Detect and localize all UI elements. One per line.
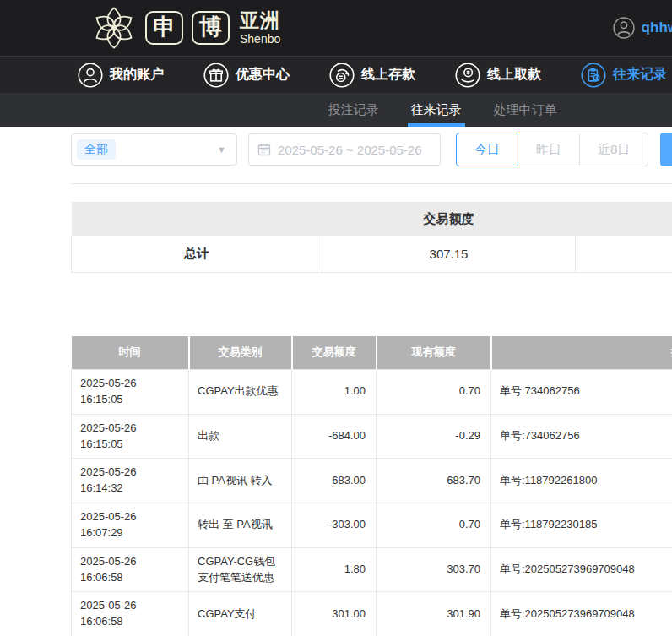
user-account-area[interactable]: qhhw	[613, 0, 672, 56]
cell-balance: 0.70	[377, 370, 491, 415]
nav-item-deposit[interactable]: 线上存款	[329, 63, 415, 88]
logo-char-shen: 申	[145, 11, 183, 45]
cell-type: 转出 至 PA视讯	[189, 503, 292, 548]
selected-type-chip[interactable]: 全部	[77, 139, 116, 160]
nav-item-promotions[interactable]: 优惠中心	[203, 63, 290, 88]
tab-betting-records[interactable]: 投注记录	[328, 93, 379, 127]
col-header-time: 时间	[72, 336, 189, 370]
search-button[interactable]	[660, 133, 672, 166]
cell-amount: 1.80	[292, 547, 377, 592]
cell-type: CGPAY-CG钱包支付笔笔送优惠	[189, 547, 292, 592]
cell-summary: 单号:202505273969709048	[491, 592, 672, 636]
table-row: 2025-05-26 16:15:05出款-684.00-0.29单号:7340…	[72, 414, 672, 459]
nav-item-transaction-records[interactable]: 往来记录	[581, 63, 667, 88]
calendar-icon	[257, 143, 271, 156]
summary-total-row: 总计 307.15	[72, 236, 672, 272]
cell-summary: 单号:734062756	[491, 414, 672, 459]
account-icon	[78, 63, 103, 88]
logo-english: Shenbo	[240, 33, 280, 45]
records-table: 时间 交易类别 交易额度 现有额度 摘要 2025-05-26 16:15:05…	[71, 336, 672, 636]
summary-total-label: 总计	[72, 236, 322, 272]
nav-label: 往来记录	[613, 66, 667, 84]
tab-processing-orders[interactable]: 处理中订单	[494, 93, 557, 127]
cell-amount: -303.00	[292, 503, 377, 548]
summary-header-amount: 交易额度	[322, 202, 576, 236]
col-header-balance: 现有额度	[377, 336, 491, 370]
cell-time: 2025-05-26 16:14:32	[72, 459, 189, 503]
transaction-type-select[interactable]: 全部 ▼	[71, 133, 237, 166]
cell-time: 2025-05-26 16:06:58	[72, 547, 189, 592]
tab-transaction-records[interactable]: 往来记录	[411, 93, 462, 127]
logo-suffix: 亚洲	[240, 11, 280, 30]
cell-type: 出款	[189, 414, 292, 459]
main-nav: 我的账户 优惠中心 线上存款 线上取款 往来记录	[0, 56, 672, 93]
cell-amount: 1.00	[292, 370, 377, 415]
last-8-days-button[interactable]: 近8日	[579, 133, 648, 166]
col-header-type: 交易类别	[189, 336, 292, 370]
summary-total-value: 307.15	[322, 236, 576, 272]
top-header: 申 博 亚洲 Shenbo qhhw	[0, 0, 672, 56]
cell-summary: 单号:202505273969709048	[491, 547, 672, 592]
col-header-amount: 交易额度	[292, 336, 377, 370]
deposit-icon	[329, 63, 355, 88]
table-row: 2025-05-26 16:06:58CGPAY支付301.00301.90单号…	[72, 592, 672, 636]
cell-time: 2025-05-26 16:06:58	[72, 592, 189, 636]
filter-row: 全部 ▼ 2025-05-26 ~ 2025-05-26 今日 昨日 近8日	[71, 133, 672, 167]
logo-char-bo: 博	[192, 11, 230, 45]
cell-amount: 301.00	[292, 592, 377, 636]
cell-summary: 单号:734062756	[491, 370, 672, 415]
nav-item-my-account[interactable]: 我的账户	[78, 63, 164, 88]
cell-balance: 0.70	[377, 503, 491, 548]
cell-type: 由 PA视讯 转入	[189, 459, 292, 503]
cell-balance: 301.90	[377, 592, 491, 636]
nav-item-withdraw[interactable]: 线上取款	[455, 63, 541, 88]
cell-balance: 303.70	[377, 547, 491, 592]
user-avatar-icon	[613, 17, 635, 39]
cell-summary: 单号:118792261800	[491, 459, 672, 503]
records-icon	[581, 63, 606, 88]
table-row: 2025-05-26 16:07:29转出 至 PA视讯-303.000.70单…	[72, 503, 672, 548]
cell-time: 2025-05-26 16:07:29	[72, 503, 189, 548]
summary-empty-cell	[576, 236, 672, 272]
site-logo[interactable]: 申 博 亚洲 Shenbo	[91, 5, 280, 51]
yesterday-button[interactable]: 昨日	[518, 133, 580, 166]
cell-balance: -0.29	[377, 414, 491, 459]
nav-label: 我的账户	[110, 66, 164, 84]
quick-date-buttons: 今日 昨日 近8日	[456, 133, 648, 166]
summary-header-empty	[72, 202, 322, 236]
table-row: 2025-05-26 16:06:58CGPAY-CG钱包支付笔笔送优惠1.80…	[72, 547, 672, 592]
nav-label: 线上取款	[487, 66, 541, 84]
withdraw-icon	[455, 63, 480, 88]
records-table-body: 2025-05-26 16:15:05CGPAY出款优惠1.000.70单号:7…	[72, 370, 672, 636]
gift-icon	[203, 63, 229, 88]
table-row: 2025-05-26 16:15:05CGPAY出款优惠1.000.70单号:7…	[72, 370, 672, 415]
summary-table: 交易额度 总计 307.15	[71, 202, 672, 273]
summary-header-empty2	[576, 202, 672, 236]
cell-type: CGPAY出款优惠	[189, 370, 292, 415]
cell-time: 2025-05-26 16:15:05	[72, 414, 189, 459]
col-header-summary: 摘要	[491, 336, 672, 370]
cell-amount: -684.00	[292, 414, 377, 459]
nav-label: 优惠中心	[236, 66, 290, 84]
cell-balance: 683.70	[377, 459, 491, 503]
today-button[interactable]: 今日	[456, 133, 518, 166]
cell-summary: 单号:118792230185	[491, 503, 672, 548]
records-header-row: 时间 交易类别 交易额度 现有额度 摘要	[72, 336, 672, 370]
date-range-value: 2025-05-26 ~ 2025-05-26	[278, 143, 422, 157]
chevron-down-icon: ▼	[217, 144, 226, 155]
cell-time: 2025-05-26 16:15:05	[72, 370, 189, 415]
cell-amount: 683.00	[292, 459, 377, 503]
table-row: 2025-05-26 16:14:32由 PA视讯 转入683.00683.70…	[72, 459, 672, 503]
cell-type: CGPAY支付	[189, 592, 292, 636]
nav-label: 线上存款	[361, 66, 415, 84]
sub-nav: 投注记录 往来记录 处理中订单	[0, 93, 672, 127]
section-divider	[71, 183, 672, 184]
flower-logo-icon	[91, 5, 137, 51]
username-text[interactable]: qhhw	[642, 19, 672, 36]
records-section: 时间 交易类别 交易额度 现有额度 摘要 2025-05-26 16:15:05…	[71, 336, 672, 636]
date-range-picker[interactable]: 2025-05-26 ~ 2025-05-26	[248, 133, 441, 166]
